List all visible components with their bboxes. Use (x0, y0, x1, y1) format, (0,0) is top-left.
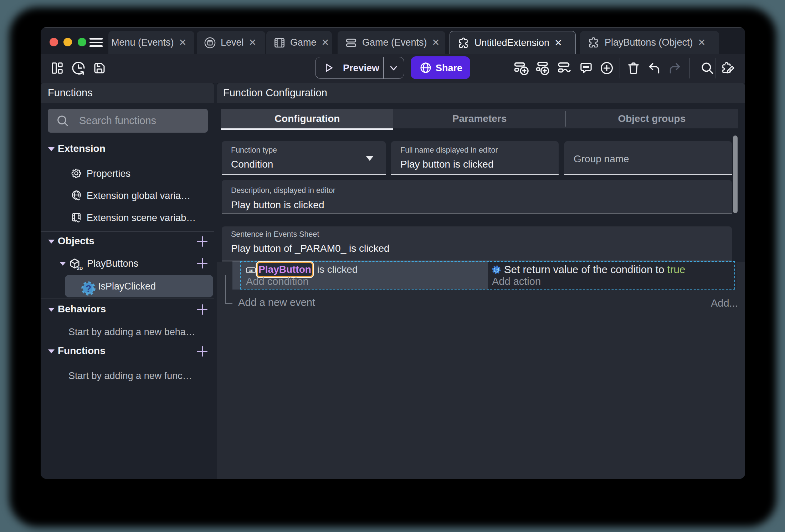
svg-text:2D: 2D (77, 266, 83, 271)
svg-text:OK: OK (249, 269, 254, 272)
svg-text:?: ? (86, 283, 92, 294)
